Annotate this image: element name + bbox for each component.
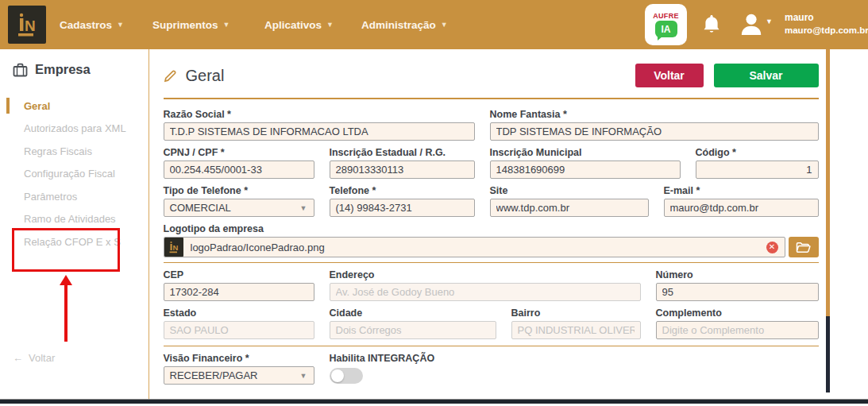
endereco-input[interactable]: [330, 283, 641, 301]
visao-financeiro-label: Visão Financeiro *: [164, 353, 314, 364]
page-title: Geral: [164, 67, 225, 85]
menu-suprimentos[interactable]: Suprimentos▼: [152, 0, 230, 49]
telefone-label: Telefone *: [330, 185, 475, 196]
field-cidade: Cidade: [330, 307, 496, 339]
voltar-button[interactable]: Voltar: [635, 64, 704, 87]
top-navigation-bar: N Cadastros▼ Suprimentos▼ Aplicativos▼ A…: [0, 0, 868, 49]
site-input[interactable]: [490, 199, 649, 217]
scrollbar-thumb[interactable]: [826, 316, 830, 392]
briefcase-icon: [13, 63, 28, 77]
tipo-telefone-select[interactable]: COMERCIAL ▼: [164, 199, 314, 217]
sidebar-item-label: Geral: [24, 100, 50, 112]
cep-input[interactable]: [164, 283, 314, 301]
aufre-ia-badge[interactable]: AUFRE IA: [645, 4, 687, 45]
sidebar-title-row: Empresa: [0, 49, 149, 77]
tipo-telefone-value: COMERCIAL: [170, 202, 231, 214]
user-avatar-icon[interactable]: ▼: [739, 12, 773, 36]
sidebar-item-label: Ramo de Atividades: [24, 213, 116, 225]
sidebar-item-autorizados-xml[interactable]: Autorizados para XML: [0, 118, 149, 141]
section-divider: [164, 262, 819, 263]
field-logotipo: Logotipo da empresa N logoPadrao/IconePa…: [164, 223, 819, 257]
complemento-input[interactable]: [656, 321, 819, 339]
field-telefone: Telefone *: [330, 185, 475, 217]
header-buttons: Voltar Salvar: [635, 64, 819, 87]
sidebar-item-geral[interactable]: Geral: [0, 95, 149, 118]
logotipo-path-text: logoPadrao/IconePadrao.png: [191, 242, 759, 253]
bairro-input[interactable]: [511, 321, 641, 339]
browse-folder-button[interactable]: [789, 237, 819, 257]
page-title-text: Geral: [186, 67, 225, 85]
user-name: mauro: [785, 11, 868, 24]
sidebar-back-label: Voltar: [29, 352, 55, 364]
sidebar-item-label: Autorizados para XML: [24, 122, 126, 134]
clear-logo-icon[interactable]: ✕: [766, 242, 778, 253]
cidade-label: Cidade: [330, 307, 496, 319]
field-habilita-integracao: Habilita INTEGRAÇÃO: [330, 353, 536, 385]
sidebar-item-label: Regras Fiscais: [24, 145, 92, 157]
sidebar-item-label: Relação CFOP E x S: [24, 236, 121, 248]
razao-social-label: Razão Social *: [164, 109, 475, 120]
inscricao-municipal-input[interactable]: [490, 160, 681, 179]
notifications-bell-icon[interactable]: [702, 14, 721, 36]
logotipo-label: Logotipo da empresa: [164, 223, 819, 234]
habilita-integracao-toggle[interactable]: [330, 368, 363, 384]
cpnj-cpf-input[interactable]: [164, 160, 314, 179]
svg-text:N: N: [25, 17, 36, 34]
inscricao-estadual-input[interactable]: [330, 160, 475, 179]
toggle-knob: [331, 369, 344, 382]
user-email: mauro@tdp.com.br: [785, 24, 868, 37]
telefone-input[interactable]: [330, 199, 475, 217]
chevron-down-icon: ▼: [300, 204, 307, 212]
sidebar-back-link[interactable]: ← Voltar: [13, 352, 55, 364]
sidebar: Empresa Geral Autorizados para XML Regra…: [0, 49, 149, 399]
svg-text:N: N: [172, 243, 178, 252]
menu-administracao-label: Administração: [361, 19, 436, 31]
sidebar-item-parametros[interactable]: Parâmetros: [0, 185, 149, 208]
menu-suprimentos-label: Suprimentos: [152, 19, 218, 31]
email-label: E-mail *: [664, 185, 819, 196]
sidebar-title: Empresa: [35, 62, 91, 77]
tipo-telefone-label: Tipo de Telefone *: [164, 185, 314, 196]
field-email: E-mail *: [664, 185, 819, 217]
field-inscricao-estadual: Inscrição Estadual / R.G.: [330, 147, 475, 179]
header-divider: [164, 98, 819, 99]
visao-financeiro-select[interactable]: RECEBER/PAGAR ▼: [164, 366, 314, 385]
nome-fantasia-input[interactable]: [490, 122, 819, 141]
bottom-bar: [0, 399, 868, 404]
scrollbar-track: [826, 49, 830, 316]
company-logo[interactable]: N: [8, 6, 46, 44]
menu-cadastros[interactable]: Cadastros▼: [60, 0, 124, 49]
section-divider: [164, 346, 819, 346]
email-input[interactable]: [664, 199, 819, 217]
menu-aplicativos[interactable]: Aplicativos▼: [264, 0, 334, 49]
aufre-label: AUFRE: [653, 12, 679, 20]
user-info: mauro mauro@tdp.com.br: [785, 11, 868, 37]
sidebar-item-ramo-atividades[interactable]: Ramo de Atividades: [0, 208, 149, 231]
razao-social-input[interactable]: [164, 122, 475, 141]
field-bairro: Bairro: [511, 307, 641, 339]
folder-icon: [796, 242, 811, 253]
menu-cadastros-label: Cadastros: [60, 19, 112, 31]
field-complemento: Complemento: [656, 307, 819, 339]
sidebar-item-configuracao-fiscal[interactable]: Configuração Fiscal: [0, 163, 149, 186]
salvar-button[interactable]: Salvar: [714, 64, 819, 87]
logo-thumbnail-icon: N: [164, 238, 183, 257]
cep-label: CEP: [164, 269, 314, 280]
annotation-arrow-head: [60, 275, 72, 285]
sidebar-item-regras-fiscais[interactable]: Regras Fiscais: [0, 140, 149, 163]
chevron-down-icon: ▼: [223, 21, 230, 29]
field-numero: Número: [656, 269, 819, 301]
estado-input[interactable]: [164, 321, 314, 339]
logotipo-file-input[interactable]: N logoPadrao/IconePadrao.png ✕: [164, 237, 785, 257]
cpnj-cpf-label: CPNJ / CPF *: [164, 147, 314, 158]
page-header: Geral Voltar Salvar: [164, 64, 819, 87]
field-inscricao-municipal: Inscrição Municipal: [490, 147, 681, 179]
menu-administracao[interactable]: Administração▼: [361, 0, 448, 49]
logo-icon: N: [13, 10, 41, 39]
codigo-input[interactable]: [696, 160, 819, 179]
cidade-input[interactable]: [330, 321, 496, 339]
chevron-down-icon: ▼: [766, 17, 773, 25]
field-codigo: Código *: [696, 147, 819, 179]
numero-input[interactable]: [656, 283, 819, 301]
sidebar-item-relacao-cfop[interactable]: Relação CFOP E x S: [0, 230, 149, 253]
